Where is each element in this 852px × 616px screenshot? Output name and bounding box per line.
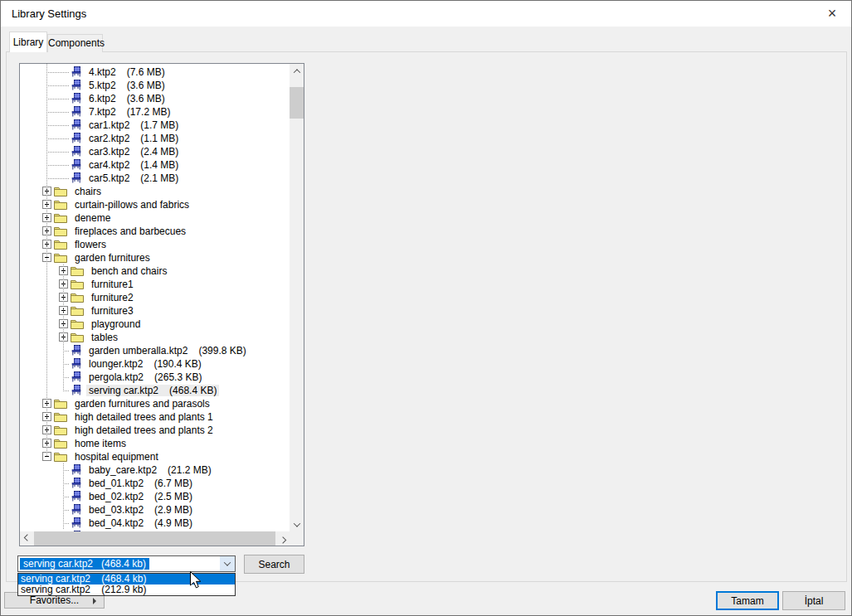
tree-folder-item[interactable]: curtain-pillows and fabrics — [20, 198, 290, 211]
tree-file-label: car1.ktp2(1.7 MB) — [86, 119, 181, 131]
search-button[interactable]: Search — [244, 555, 304, 574]
tree-folder-label: hospital equipment — [72, 451, 161, 463]
tree-folder-item[interactable]: playground — [20, 318, 290, 331]
model-file-icon — [71, 345, 81, 356]
scroll-left-icon[interactable] — [20, 531, 34, 546]
tree-folder-item[interactable]: high detailed trees and plants 1 — [20, 410, 290, 424]
model-file-icon — [71, 66, 81, 77]
tab-components-label: Components — [48, 37, 105, 49]
scroll-down-icon[interactable] — [290, 517, 304, 531]
scroll-up-icon[interactable] — [290, 64, 304, 78]
tree-file-label: car3.ktp2(2.4 MB) — [86, 146, 181, 158]
tree-file-item[interactable]: serving car.ktp2(468.4 KB) — [20, 384, 290, 397]
model-file-icon — [71, 80, 81, 90]
tree-file-label: pergola.ktp2(265.3 KB) — [86, 371, 204, 383]
tree-folder-item[interactable]: furniture3 — [20, 304, 290, 318]
tree-file-item[interactable]: bed_03.ktp2(2.9 MB) — [20, 503, 290, 517]
tree-file-item[interactable]: garden umberalla.ktp2(399.8 KB) — [20, 344, 290, 357]
tree-file-item[interactable]: 5.ktp2(3.6 MB) — [20, 79, 290, 92]
tree-folder-label: bench and chairs — [89, 265, 169, 277]
horizontal-scroll-thumb[interactable] — [34, 531, 275, 546]
library-settings-dialog: Library Settings × Library Components 4.… — [0, 0, 852, 616]
tree-file-item[interactable]: car4.ktp2(1.4 MB) — [20, 158, 290, 172]
tree-folder-item[interactable]: flowers — [20, 238, 290, 251]
tree-folder-item[interactable]: garden furnitures and parasols — [20, 397, 290, 410]
tree-folder-item[interactable]: furniture2 — [20, 291, 290, 304]
tree-connector — [63, 351, 70, 352]
scroll-right-icon[interactable] — [275, 531, 290, 546]
tree-folder-item[interactable]: garden furnitures — [20, 251, 290, 264]
tree-folder-item[interactable]: deneme — [20, 211, 290, 225]
tree-file-item[interactable]: car1.ktp2(1.7 MB) — [20, 119, 290, 132]
tree-file-label: car2.ktp2(1.1 MB) — [86, 133, 181, 144]
tree-folder-item[interactable]: furniture1 — [20, 278, 290, 291]
tree-folder-label: chairs — [72, 186, 104, 197]
vertical-scrollbar[interactable] — [290, 64, 304, 531]
search-button-label: Search — [258, 559, 290, 570]
tree-file-label: baby_care.ktp2(21.2 MB) — [86, 464, 214, 476]
tree-file-item[interactable]: bed_04.ktp2(4.9 MB) — [20, 517, 290, 530]
tree-file-item[interactable]: baby_care.ktp2(21.2 MB) — [20, 463, 290, 477]
model-file-icon — [71, 133, 81, 143]
model-file-icon — [71, 371, 81, 382]
tree-file-label: bed_02.ktp2(2.5 MB) — [86, 491, 195, 502]
tree-file-item[interactable]: pergola.ktp2(265.3 KB) — [20, 371, 290, 384]
model-file-icon — [71, 478, 81, 488]
folder-icon — [54, 451, 67, 462]
tree-folder-item[interactable]: hospital equipment — [20, 450, 290, 463]
model-file-icon — [71, 172, 81, 183]
tree-folder-label: garden furnitures and parasols — [72, 398, 212, 410]
model-file-icon — [71, 491, 81, 502]
vertical-scroll-thumb[interactable] — [290, 87, 304, 119]
tree-file-item[interactable]: lounger.ktp2(190.4 KB) — [20, 357, 290, 371]
option-file-size: (468.4 kb) — [101, 573, 146, 584]
ok-button[interactable]: Tamam — [716, 591, 779, 610]
combobox-dropdown-button[interactable] — [220, 556, 235, 571]
tree-connector — [46, 125, 70, 126]
model-file-icon — [71, 504, 81, 515]
model-file-icon — [71, 358, 81, 369]
tree-file-item[interactable]: car5.ktp2(2.1 MB) — [20, 172, 290, 185]
tree-file-item[interactable]: 6.ktp2(3.6 MB) — [20, 92, 290, 105]
tree-file-item[interactable]: 7.ktp2(17.2 MB) — [20, 105, 290, 119]
tree-file-label: car5.ktp2(2.1 MB) — [86, 172, 181, 184]
cancel-button[interactable]: İptal — [782, 591, 845, 610]
tree-folder-item[interactable]: bench and chairs — [20, 264, 290, 278]
combo-option[interactable]: serving car.ktp2 (212.9 kb) — [18, 584, 235, 595]
selected-file-name: serving car.ktp2 — [23, 558, 101, 570]
tree-connector — [63, 510, 70, 511]
tab-components[interactable]: Components — [47, 34, 103, 52]
tree-connector — [46, 138, 70, 139]
combobox-selected-value: serving car.ktp2 (468.4 kb) — [20, 558, 149, 570]
folder-icon — [54, 226, 67, 236]
tree-file-label: garden umberalla.ktp2(399.8 KB) — [86, 345, 249, 357]
tree-connector — [46, 85, 70, 86]
folder-icon — [54, 252, 67, 263]
tree-connector — [63, 264, 64, 390]
tree-folder-item[interactable]: high detailed trees and plants 2 — [20, 424, 290, 437]
tree-folder-label: furniture2 — [89, 292, 136, 303]
tree-file-label: bed_03.ktp2(2.9 MB) — [86, 504, 195, 516]
tree-file-item[interactable]: car2.ktp2(1.1 MB) — [20, 132, 290, 145]
tree-folder-item[interactable]: tables — [20, 331, 290, 344]
file-version-combobox[interactable]: serving car.ktp2 (468.4 kb) — [17, 555, 236, 572]
tree-file-item[interactable]: bed_01.ktp2(6.7 MB) — [20, 477, 290, 490]
model-file-icon — [71, 159, 81, 170]
horizontal-scrollbar[interactable] — [20, 531, 290, 546]
tree-file-item[interactable]: 4.ktp2(7.6 MB) — [20, 65, 290, 79]
tree-folder-label: tables — [89, 332, 120, 343]
close-icon[interactable]: × — [820, 2, 845, 24]
mouse-cursor — [190, 571, 202, 589]
tree-file-item[interactable]: bed_02.ktp2(2.5 MB) — [20, 490, 290, 503]
tab-library[interactable]: Library — [9, 32, 47, 52]
tree-file-label: 6.ktp2(3.6 MB) — [86, 93, 168, 104]
folder-icon — [54, 438, 67, 449]
tree-connector — [63, 483, 70, 484]
tree-folder-label: high detailed trees and plants 1 — [72, 411, 216, 423]
tree-folder-item[interactable]: fireplaces and barbecues — [20, 225, 290, 238]
tree-connector — [63, 377, 70, 378]
tree-folder-item[interactable]: chairs — [20, 185, 290, 198]
tree-folder-item[interactable]: home items — [20, 437, 290, 450]
option-file-name: serving car.ktp2 — [21, 584, 99, 595]
tree-file-item[interactable]: car3.ktp2(2.4 MB) — [20, 145, 290, 158]
